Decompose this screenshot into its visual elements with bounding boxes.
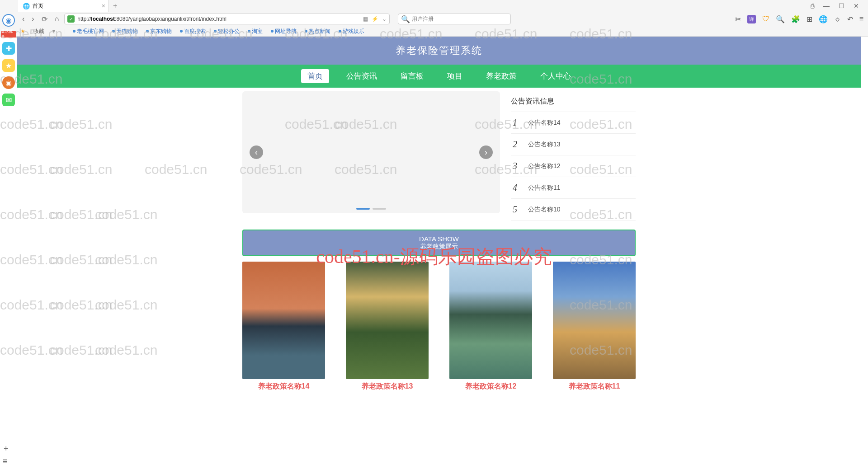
card-image (449, 262, 532, 379)
weibo-icon[interactable]: ◉ (2, 76, 15, 89)
data-show-en: DATA SHOW (243, 235, 635, 243)
scissors-icon[interactable]: ✂ (735, 15, 741, 23)
pin-icon[interactable]: ⎙ (811, 2, 814, 9)
close-tab-icon[interactable]: × (102, 2, 105, 9)
url-text: http://localhost:8080/yanglaobapxianguan… (77, 16, 226, 22)
news-item[interactable]: 4公告名称11 (511, 177, 636, 199)
compass-icon[interactable]: ◉ (2, 14, 15, 27)
bolt-icon[interactable]: ⚡ (372, 16, 378, 22)
bookmark-link[interactable]: 轻松办公 (214, 28, 240, 35)
list-toggle-button[interactable]: ≡ (3, 457, 8, 466)
browser-tab[interactable]: 🌐 首页 × (18, 0, 108, 12)
maximize-icon[interactable]: ☐ (839, 2, 844, 9)
extensions-icon[interactable]: 🧩 (791, 15, 800, 23)
news-heading: 公告资讯信息 (511, 91, 636, 112)
search-input[interactable] (412, 16, 508, 22)
bookmark-link[interactable]: 热点新闻 (305, 28, 330, 35)
translate-icon[interactable]: 译 (747, 15, 756, 23)
mail-icon[interactable]: ✉ (2, 94, 15, 106)
menu-icon[interactable]: ≡ (859, 15, 863, 23)
carousel-prev-button[interactable]: ‹ (250, 145, 263, 159)
news-item[interactable]: 1公告名称14 (511, 112, 636, 134)
security-icon[interactable]: 🛡 (762, 15, 769, 23)
news-item[interactable]: 3公告名称12 (511, 155, 636, 177)
shield-icon: ✓ (67, 15, 75, 23)
globe-icon: 🌐 (23, 3, 30, 9)
nav-home[interactable]: 首页 (301, 69, 329, 83)
search-box[interactable]: 🔍 (398, 14, 511, 24)
bookmark-link[interactable]: 淘宝 (248, 28, 263, 35)
search-icon: 🔍 (401, 15, 410, 23)
nav-policy[interactable]: 养老政策 (480, 69, 523, 83)
apps-icon[interactable]: ⊞ (807, 15, 812, 23)
bookmark-link[interactable]: 京东购物 (146, 28, 172, 35)
bookmark-link[interactable]: 天猫购物 (112, 28, 138, 35)
watermark-center: code51.cn-源码乐园盗图必究 (316, 244, 552, 269)
carousel-next-button[interactable]: › (479, 145, 493, 159)
card-title: 养老政策名称12 (449, 379, 532, 391)
brightness-icon[interactable]: ☼ (834, 15, 841, 23)
card-image (553, 262, 636, 379)
qr-icon[interactable]: ▦ (363, 16, 368, 22)
forward-icon[interactable]: › (30, 15, 36, 23)
policy-card[interactable]: 养老政策名称12 (449, 262, 532, 391)
card-title: 养老政策名称11 (553, 379, 636, 391)
home-icon[interactable]: ⌂ (53, 15, 61, 23)
bookmark-link[interactable]: 老毛桃官网 (73, 28, 104, 35)
card-title: 养老政策名称14 (242, 379, 325, 391)
policy-card[interactable]: 养老政策名称11 (553, 262, 636, 391)
news-item[interactable]: 5公告名称10 (511, 199, 636, 220)
carousel-dot[interactable] (373, 208, 386, 210)
plus-app-icon[interactable]: ✚ (2, 42, 15, 55)
undo-icon[interactable]: ↶ (847, 15, 853, 23)
new-tab-button[interactable]: + (108, 2, 122, 10)
bookmark-link[interactable]: 游戏娱乐 (339, 28, 364, 35)
zoom-icon[interactable]: 🔍 (776, 15, 785, 23)
carousel: ‹ › (242, 91, 500, 213)
nav-profile[interactable]: 个人中心 (534, 69, 577, 83)
dropdown-icon[interactable]: ⌄ (382, 16, 387, 22)
star-app-icon[interactable]: ★ (2, 59, 15, 72)
card-image (242, 262, 325, 379)
back-icon[interactable]: ‹ (20, 15, 26, 23)
tab-title: 首页 (33, 2, 43, 10)
site-nav: 首页 公告资讯 留言板 项目 养老政策 个人中心 (17, 65, 861, 88)
site-title: 养老保险管理系统 (17, 37, 861, 65)
carousel-dot[interactable] (356, 208, 370, 210)
card-title: 养老政策名称13 (346, 379, 429, 391)
bookmark-link[interactable]: 百度搜索 (180, 28, 206, 35)
login-badge[interactable]: 登录账号 (1, 31, 16, 38)
bookmark-link[interactable]: 网址导航 (271, 28, 297, 35)
minimize-icon[interactable]: — (823, 2, 830, 9)
policy-card[interactable]: 养老政策名称13 (346, 262, 429, 391)
news-item[interactable]: 2公告名称13 (511, 134, 636, 155)
fav-star-icon[interactable]: ★ (20, 28, 25, 34)
add-panel-button[interactable]: + (4, 444, 9, 454)
nav-project[interactable]: 项目 (441, 69, 469, 83)
policy-card[interactable]: 养老政策名称14 (242, 262, 325, 391)
card-image (346, 262, 429, 379)
close-window-icon[interactable]: ✕ (854, 2, 859, 9)
nav-board[interactable]: 留言板 (394, 69, 430, 83)
fav-label[interactable]: 收藏 (33, 28, 44, 35)
address-bar[interactable]: ✓ http://localhost:8080/yanglaobapxiangu… (64, 14, 390, 24)
nav-news[interactable]: 公告资讯 (340, 69, 383, 83)
reload-icon[interactable]: ⟳ (40, 15, 49, 23)
globe2-icon[interactable]: 🌐 (819, 15, 828, 23)
